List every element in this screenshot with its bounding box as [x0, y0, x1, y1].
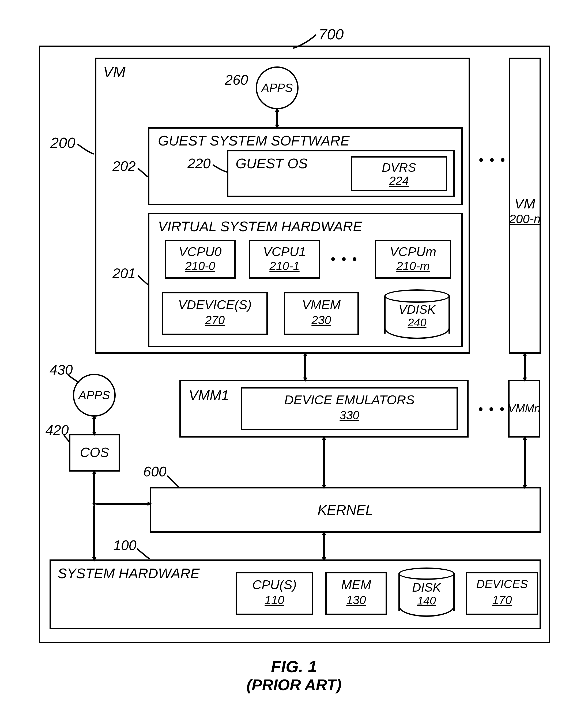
ref-201: 201: [113, 265, 136, 281]
figure-subtitle: (PRIOR ART): [0, 676, 588, 694]
cpu-ref: 110: [236, 593, 313, 607]
disk-label: DISK: [399, 580, 455, 595]
vcpum-label: VCPUm: [375, 244, 451, 259]
ref-202: 202: [113, 158, 136, 174]
vcpu0-label: VCPU0: [165, 244, 236, 259]
sys-hw-label: SYSTEM HARDWARE: [57, 565, 200, 581]
apps-cos-circle: APPS: [73, 374, 116, 417]
kernel-ref: 600: [143, 464, 167, 480]
vm-n-label: VM: [509, 196, 541, 212]
vmem-label: VMEM: [284, 298, 359, 312]
vmmn-label: VMMn: [503, 402, 546, 415]
devices-label: DEVICES: [463, 577, 541, 591]
vmm1-label: VMM1: [189, 387, 229, 403]
cpu-label: CPU(S): [236, 577, 313, 592]
dev-emu-label: DEVICE EMULATORS: [241, 392, 458, 407]
diagram-canvas: 700 VM VM 200-n APPS 260 GUEST SYSTEM SO…: [0, 0, 588, 702]
cos-label: COS: [69, 445, 120, 460]
cos-ref: 420: [45, 422, 69, 438]
vmem-ref: 230: [284, 314, 359, 327]
ellipsis-vmm: [479, 407, 504, 411]
vdev-ref: 270: [162, 314, 268, 327]
kernel-label: KERNEL: [150, 502, 541, 518]
ref-200: 200: [50, 134, 75, 151]
mem-label: MEM: [325, 577, 387, 592]
vdisk-ref: 240: [384, 316, 450, 329]
disk-ref: 140: [399, 594, 455, 607]
guest-os-label: GUEST OS: [236, 155, 308, 171]
sys-hw-ref: 100: [113, 537, 137, 553]
dvrs-label: DVRS: [351, 160, 447, 175]
apps-cos-ref: 430: [49, 362, 73, 378]
ref-220: 220: [187, 155, 211, 171]
ref-700: 700: [319, 25, 343, 43]
vcpum-ref: 210-m: [375, 259, 451, 273]
ellipsis-vm: [479, 158, 504, 162]
vcpu1-label: VCPU1: [249, 244, 320, 259]
apps-cos-label: APPS: [79, 388, 110, 402]
devices-ref: 170: [466, 593, 538, 607]
dvrs-ref: 224: [351, 174, 447, 188]
vcpu1-ref: 210-1: [249, 259, 320, 273]
gss-label: GUEST SYSTEM SOFTWARE: [158, 133, 350, 149]
figure-title: FIG. 1: [0, 657, 588, 676]
ellipsis-vcpu: [331, 257, 356, 261]
apps-vm-circle: APPS: [256, 67, 299, 109]
vcpu0-ref: 210-0: [165, 259, 236, 273]
vsh-label: VIRTUAL SYSTEM HARDWARE: [158, 218, 362, 234]
vdev-label: VDEVICE(S): [162, 298, 268, 312]
vm-label: VM: [103, 63, 126, 80]
vm-n-ref: 200-n: [506, 212, 544, 226]
apps-vm-label: APPS: [261, 81, 293, 95]
mem-ref: 130: [325, 593, 387, 607]
dev-emu-ref: 330: [241, 408, 458, 422]
apps-vm-ref: 260: [225, 72, 248, 88]
vdisk-label: VDISK: [384, 302, 450, 317]
